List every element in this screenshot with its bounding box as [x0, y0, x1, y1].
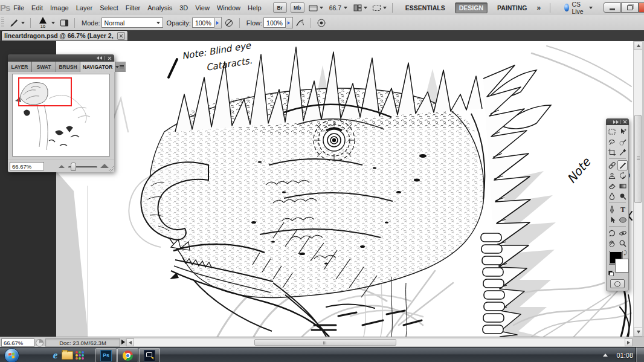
- menu-image[interactable]: Image: [47, 1, 72, 15]
- navigator-zoom-field[interactable]: 66.67%: [10, 162, 44, 170]
- zoom-level-menu[interactable]: 66.7: [329, 4, 347, 11]
- status-options-arrow[interactable]: [121, 340, 125, 344]
- brush-preset-picker[interactable]: 16: [36, 17, 55, 29]
- history-brush-tool[interactable]: [618, 170, 628, 181]
- close-panel-icon[interactable]: [623, 120, 627, 124]
- menu-analysis[interactable]: Analysis: [144, 1, 176, 15]
- status-menu-icon[interactable]: [36, 339, 43, 347]
- dodge-tool[interactable]: [618, 191, 628, 201]
- tab-close-button[interactable]: [117, 32, 125, 40]
- tablet-opacity-pressure-button[interactable]: [224, 18, 234, 28]
- clone-stamp-tool[interactable]: [607, 170, 617, 181]
- crop-tool[interactable]: [607, 147, 617, 157]
- tablet-size-pressure-button[interactable]: [317, 18, 326, 28]
- menu-help[interactable]: Help: [244, 1, 265, 15]
- flow-field[interactable]: 100%: [263, 18, 286, 28]
- minimize-button[interactable]: [604, 2, 621, 13]
- menu-edit[interactable]: Edit: [28, 1, 47, 15]
- airbrush-toggle-button[interactable]: [295, 18, 305, 28]
- pen-tool[interactable]: [607, 204, 617, 215]
- panel-header[interactable]: [606, 118, 629, 125]
- cs-live-menu[interactable]: CS Live: [564, 1, 593, 15]
- tab-swatches[interactable]: SWAT: [32, 62, 56, 72]
- opacity-slider-button[interactable]: [214, 17, 222, 28]
- menu-3d[interactable]: 3D: [176, 1, 192, 15]
- opacity-field[interactable]: 100%: [192, 18, 214, 28]
- menu-window[interactable]: Window: [213, 1, 244, 15]
- menu-layer[interactable]: Layer: [72, 1, 97, 15]
- launch-mini-bridge-button[interactable]: Mb: [291, 2, 304, 13]
- show-desktop-button[interactable]: [636, 347, 644, 362]
- lasso-tool[interactable]: [607, 137, 617, 147]
- zoom-out-icon[interactable]: [59, 165, 65, 168]
- tab-brushes[interactable]: BRUSH: [56, 62, 80, 72]
- expand-panel-icon[interactable]: [613, 120, 619, 124]
- status-zoom-field[interactable]: 66.67%: [1, 338, 34, 347]
- blend-mode-select[interactable]: Normal: [101, 18, 163, 28]
- horizontal-scrollbar[interactable]: [126, 338, 633, 347]
- navigator-zoom-slider-thumb[interactable]: [71, 163, 76, 171]
- move-tool[interactable]: [618, 126, 628, 137]
- type-tool[interactable]: T: [618, 204, 628, 215]
- horizontal-scroll-thumb[interactable]: [254, 339, 396, 346]
- healing-brush-tool[interactable]: [607, 160, 617, 170]
- zoom-in-icon[interactable]: [100, 164, 109, 168]
- tool-preset-picker[interactable]: [9, 18, 25, 28]
- brush-tool[interactable]: [617, 160, 628, 170]
- navigator-view-rectangle[interactable]: [18, 77, 72, 106]
- eyedropper-tool[interactable]: [618, 147, 628, 157]
- toggle-brush-panel-button[interactable]: [60, 19, 69, 27]
- explorer-folder-icon[interactable]: [62, 349, 73, 361]
- show-hidden-icons-button[interactable]: [603, 354, 608, 357]
- scroll-up-button[interactable]: [634, 41, 643, 50]
- 3d-orbit-tool[interactable]: [618, 228, 628, 238]
- start-button[interactable]: [4, 348, 19, 362]
- tab-layers[interactable]: LAYER: [8, 62, 32, 72]
- document-tab[interactable]: lineartdragon.psd @ 66.7% (Layer 2, RGB/…: [1, 30, 128, 40]
- scroll-right-button[interactable]: [625, 338, 633, 346]
- quick-selection-tool[interactable]: [618, 137, 628, 147]
- panel-resize-grip[interactable]: [108, 166, 114, 172]
- screen-mode-button[interactable]: [372, 4, 387, 12]
- close-button[interactable]: [639, 2, 644, 13]
- workspace-overflow-chevron[interactable]: »: [536, 4, 541, 12]
- colorful-app-icon[interactable]: [74, 349, 85, 361]
- hand-tool[interactable]: [607, 238, 617, 248]
- vertical-scroll-thumb[interactable]: [634, 115, 642, 203]
- taskbar-photoshop-button[interactable]: Ps: [95, 348, 117, 362]
- zoom-tool[interactable]: [618, 238, 628, 248]
- default-colors-icon[interactable]: [608, 271, 614, 276]
- taskbar-clock[interactable]: 01:08: [616, 352, 633, 359]
- workspace-essentials[interactable]: ESSENTIALS: [402, 3, 449, 13]
- background-color-swatch[interactable]: [616, 259, 628, 272]
- menu-filter[interactable]: Filter: [122, 1, 144, 15]
- scroll-left-button[interactable]: [126, 338, 134, 346]
- quick-mask-button[interactable]: [610, 279, 625, 288]
- close-panel-icon[interactable]: [108, 56, 112, 60]
- restore-button[interactable]: [621, 2, 639, 13]
- options-bar-grip[interactable]: [1, 18, 4, 28]
- gradient-tool[interactable]: [618, 181, 628, 191]
- workspace-design[interactable]: DESIGN: [455, 2, 488, 13]
- tab-navigator[interactable]: NAVIGATOR: [80, 62, 115, 72]
- menu-view[interactable]: View: [192, 1, 213, 15]
- menu-select[interactable]: Select: [96, 1, 122, 15]
- taskbar-chrome-button[interactable]: [117, 348, 138, 362]
- view-extras-button[interactable]: [309, 4, 323, 12]
- 3d-rotate-tool[interactable]: [607, 228, 617, 238]
- shape-tool[interactable]: [618, 215, 628, 225]
- menu-file[interactable]: File: [10, 1, 28, 15]
- arrange-documents-button[interactable]: [353, 4, 367, 12]
- taskbar-darkapp-button[interactable]: [139, 348, 160, 362]
- navigator-thumbnail[interactable]: [12, 74, 110, 157]
- scroll-down-button[interactable]: [634, 328, 643, 337]
- blur-tool[interactable]: [607, 191, 617, 201]
- panel-menu-icon[interactable]: [115, 65, 124, 68]
- panel-header[interactable]: [8, 54, 114, 62]
- launch-bridge-button[interactable]: Br: [273, 2, 287, 13]
- vertical-scrollbar[interactable]: [633, 41, 642, 337]
- collapse-panel-icon[interactable]: [97, 56, 102, 60]
- flow-slider-button[interactable]: [286, 17, 293, 28]
- rectangular-marquee-tool[interactable]: [607, 126, 617, 137]
- workspace-painting[interactable]: PAINTING: [494, 3, 530, 13]
